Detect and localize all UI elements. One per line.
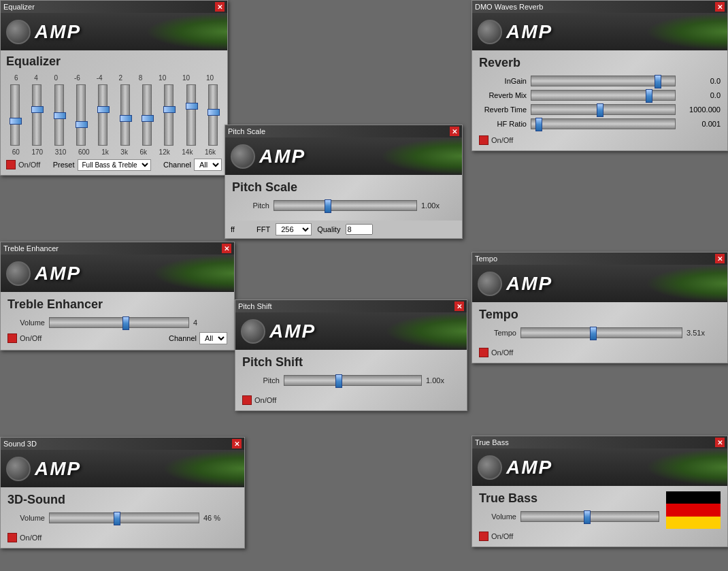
treble-volume-track[interactable] [49, 317, 189, 328]
reverb-hf-track[interactable] [531, 118, 676, 129]
equalizer-title: Equalizer [3, 3, 35, 11]
eq-band-14k [182, 84, 199, 146]
tempo-amp-logo: AMP [478, 272, 552, 296]
pitch-shift-amp-logo: AMP [241, 319, 316, 344]
tempo-thumb[interactable] [590, 327, 597, 340]
pitch-scale-close-button[interactable]: ✕ [450, 127, 459, 136]
pitch-shift-onoff-btn[interactable]: On/Off [242, 395, 460, 405]
eq-band-60-thumb[interactable] [10, 118, 22, 125]
reverb-time-track[interactable] [531, 104, 676, 115]
treble-volume-thumb[interactable] [122, 316, 129, 330]
pitch-scale-pitch-track[interactable] [274, 200, 417, 211]
sound3d-close-button[interactable]: ✕ [232, 439, 242, 448]
tempo-track[interactable] [520, 327, 682, 338]
treble-channel-row: Channel All [169, 332, 227, 344]
eq-preset-label: Preset [53, 161, 75, 169]
reverb-mix-value: 0.0 [680, 91, 721, 99]
eq-band-16k-thumb[interactable] [208, 109, 220, 116]
treble-volume-value: 4 [193, 319, 227, 327]
sound3d-volume-row: Volume 46 % [7, 512, 237, 523]
reverb-time-thumb[interactable] [597, 103, 603, 117]
eq-band-12k-track[interactable] [164, 84, 173, 146]
true-bass-amp-header: AMP [472, 448, 727, 486]
treble-channel-select[interactable]: All [199, 332, 227, 344]
sound3d-onoff-btn[interactable]: On/Off [7, 533, 237, 542]
equalizer-titlebar: Equalizer ✕ [1, 1, 227, 13]
pitch-scale-plugin-title: Pitch Scale [232, 180, 455, 195]
eq-band-3k-thumb[interactable] [120, 115, 132, 122]
reverb-mix-thumb[interactable] [646, 89, 652, 103]
tempo-close-button[interactable]: ✕ [715, 254, 725, 263]
pitch-shift-close-button[interactable]: ✕ [454, 301, 464, 311]
tempo-onoff-btn[interactable]: On/Off [479, 348, 721, 357]
amp-logo: AMP [6, 20, 81, 44]
eq-band-1k-track[interactable] [98, 84, 107, 146]
sound3d-volume-track[interactable] [49, 512, 199, 523]
eq-db-labels: 6 4 0 -6 -4 2 8 10 10 10 [6, 74, 222, 82]
eq-band-310 [50, 84, 68, 146]
eq-band-600-thumb[interactable] [76, 121, 88, 128]
treble-onoff-btn[interactable]: On/Off [7, 333, 42, 343]
eq-band-6k-track[interactable] [142, 84, 152, 146]
sound3d-volume-thumb[interactable] [114, 512, 120, 525]
eq-band-60-track[interactable] [10, 84, 20, 146]
tempo-plugin-title: Tempo [479, 308, 721, 322]
eq-band-310-thumb[interactable] [54, 112, 66, 119]
true-bass-amp-text: AMP [506, 457, 552, 478]
dmo-reverb-title: DMO Waves Reverb [475, 3, 543, 11]
eq-band-14k-thumb[interactable] [186, 103, 198, 110]
pitch-shift-pitch-track[interactable] [284, 375, 422, 386]
pitch-scale-quality-input[interactable] [346, 224, 373, 235]
tempo-titlebar: Tempo ✕ [472, 252, 727, 265]
eq-freq-labels: 60 170 310 600 1k 3k 6k 12k 14k 16k [6, 148, 222, 156]
eq-preset-select[interactable]: Full Bass & Treble [78, 159, 151, 171]
flag-red-stripe [666, 504, 721, 516]
sound3d-window: Sound 3D ✕ AMP 3D-Sound Volume 46 % On/O… [0, 437, 245, 549]
eq-channel-select[interactable]: All [194, 159, 222, 171]
eq-bands-container [6, 84, 222, 146]
pitch-shift-onoff-label: On/Off [254, 396, 276, 404]
eq-band-1k-thumb[interactable] [97, 106, 110, 113]
eq-band-3k-track[interactable] [120, 84, 130, 146]
pitch-scale-amp-text: AMP [259, 146, 305, 167]
pitch-shift-pitch-thumb[interactable] [335, 374, 342, 388]
reverb-ingain-thumb[interactable] [655, 75, 661, 88]
pitch-shift-bottom: On/Off [242, 390, 460, 405]
sound3d-title: Sound 3D [3, 440, 37, 448]
eq-onoff-btn[interactable]: On/Off [6, 160, 40, 169]
eq-band-16k-track[interactable] [208, 84, 218, 146]
reverb-mix-track[interactable] [531, 90, 676, 101]
pitch-shift-amp-header: AMP [235, 312, 467, 350]
reverb-hf-thumb[interactable] [535, 118, 542, 131]
true-bass-close-button[interactable]: ✕ [715, 438, 725, 447]
dmo-amp-logo: AMP [478, 20, 552, 44]
true-bass-volume-thumb[interactable] [584, 510, 591, 524]
reverb-mix-row: Reverb Mix 0.0 [479, 90, 721, 101]
pitch-scale-pitch-thumb[interactable] [325, 199, 331, 213]
treble-enhancer-amp-header: AMP [1, 255, 234, 292]
eq-band-170-thumb[interactable] [31, 106, 44, 113]
treble-enhancer-close-button[interactable]: ✕ [222, 244, 231, 253]
equalizer-close-button[interactable]: ✕ [215, 2, 225, 12]
dmo-reverb-titlebar: DMO Waves Reverb ✕ [472, 1, 727, 13]
reverb-ingain-track[interactable] [531, 76, 676, 86]
eq-band-3k [116, 84, 133, 146]
true-bass-volume-track[interactable] [520, 511, 659, 522]
eq-band-310-track[interactable] [54, 84, 64, 146]
pitch-scale-fft-select[interactable]: 64 128 256 512 1024 [276, 223, 312, 235]
eq-band-6k-thumb[interactable] [142, 115, 154, 122]
sound3d-volume-value: 46 % [203, 514, 237, 522]
true-bass-onoff-btn[interactable]: On/Off [479, 532, 659, 541]
pitch-scale-pitch-row: Pitch 1.00x [232, 200, 455, 211]
eq-band-14k-track[interactable] [186, 84, 196, 146]
treble-enhancer-titlebar: Treble Enhancer ✕ [1, 242, 234, 255]
reverb-onoff-btn[interactable]: On/Off [479, 135, 721, 145]
eq-band-600-track[interactable] [76, 84, 86, 146]
reverb-time-value: 1000.000 [680, 105, 721, 114]
eq-band-170-track[interactable] [32, 84, 42, 146]
dmo-reverb-close-button[interactable]: ✕ [715, 2, 725, 12]
eq-band-12k-thumb[interactable] [163, 106, 176, 113]
dmo-amp-text: AMP [506, 21, 552, 43]
flag-black-stripe [666, 491, 721, 504]
pitch-scale-logo-circle [231, 144, 255, 169]
